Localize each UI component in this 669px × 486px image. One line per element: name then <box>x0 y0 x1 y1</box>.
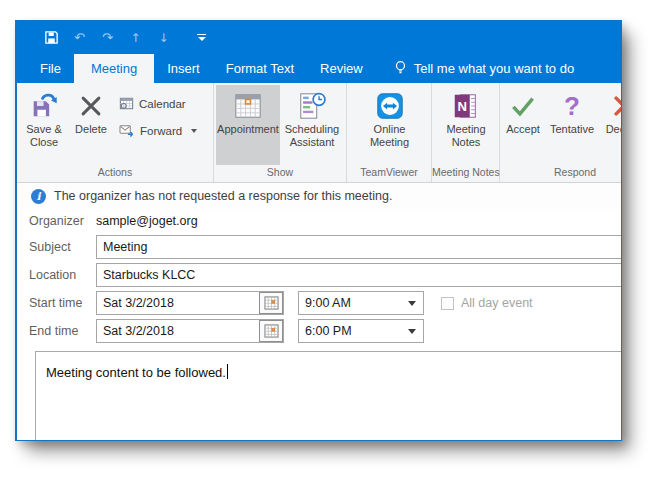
end-time-label: End time <box>29 324 96 338</box>
tentative-label: Tentative <box>550 123 594 136</box>
message-body-editor[interactable]: Meeting content to be followed. <box>35 351 622 441</box>
group-label-meeting-notes: Meeting Notes <box>432 165 499 182</box>
message-body-text: Meeting content to be followed. <box>46 365 226 380</box>
tab-format-text[interactable]: Format Text <box>213 54 307 83</box>
decline-label: Decline <box>606 123 621 136</box>
save-and-close-button[interactable]: Save & Close <box>19 85 69 165</box>
end-time-dropdown-icon[interactable] <box>408 329 423 334</box>
organizer-value: sample@joget.org <box>96 214 198 228</box>
tab-file[interactable]: File <box>27 54 74 83</box>
calendar-icon <box>119 96 134 113</box>
all-day-checkbox[interactable] <box>441 297 454 310</box>
calendar-label: Calendar <box>139 98 186 110</box>
end-time-value: 6:00 PM <box>299 324 408 338</box>
title-bar: ↶ ↷ ↑ ↓ <box>17 21 621 54</box>
start-date-picker-button[interactable] <box>259 292 283 314</box>
appointment-label: Appointment <box>217 123 279 136</box>
location-input[interactable] <box>96 263 622 287</box>
info-bar: i The organizer has not requested a resp… <box>17 183 621 209</box>
info-icon: i <box>31 189 46 204</box>
meeting-window: ↶ ↷ ↑ ↓ File Meeting Insert Format Text … <box>15 20 622 441</box>
end-time-dropdown[interactable]: 6:00 PM <box>298 319 424 343</box>
accept-check-icon <box>509 89 537 123</box>
redo-icon[interactable]: ↷ <box>99 29 116 46</box>
save-icon[interactable] <box>43 29 60 46</box>
organizer-label: Organizer <box>29 214 96 228</box>
end-date-value: Sat 3/2/2018 <box>97 324 259 338</box>
ribbon: Save & Close Delete <box>17 83 621 183</box>
scheduling-assistant-icon <box>297 89 327 123</box>
info-message: The organizer has not requested a respon… <box>54 189 392 203</box>
meeting-notes-button[interactable]: N Meeting Notes <box>438 85 494 165</box>
decline-x-icon <box>610 89 621 123</box>
lightbulb-icon <box>394 60 407 78</box>
meeting-form: Organizer sample@joget.org Subject Locat… <box>17 209 621 440</box>
ribbon-group-actions: Save & Close Delete <box>17 83 214 182</box>
accept-button[interactable]: Accept <box>502 85 544 165</box>
svg-text:N: N <box>458 99 467 114</box>
text-caret <box>227 364 228 379</box>
appointment-button[interactable]: Appointment <box>216 85 280 165</box>
end-date-picker-button[interactable] <box>259 320 283 342</box>
start-time-dropdown[interactable]: 9:00 AM <box>298 291 424 315</box>
save-and-close-icon <box>29 89 59 123</box>
forward-dropdown-icon[interactable] <box>191 129 197 133</box>
undo-icon[interactable]: ↶ <box>71 29 88 46</box>
actions-small-buttons: Calendar Forward <box>113 85 197 165</box>
organizer-row: Organizer sample@joget.org <box>29 211 621 231</box>
delete-icon <box>77 89 105 123</box>
date-picker-icon <box>264 296 279 310</box>
desktop-background: ↶ ↷ ↑ ↓ File Meeting Insert Format Text … <box>0 0 669 486</box>
scheduling-assistant-label: Scheduling Assistant <box>280 123 344 149</box>
ribbon-group-show: Appointment <box>214 83 347 182</box>
tentative-question-icon: ? <box>564 89 580 123</box>
delete-label: Delete <box>75 123 107 136</box>
calendar-button[interactable]: Calendar <box>119 94 197 114</box>
start-date-input[interactable]: Sat 3/2/2018 <box>96 291 284 315</box>
group-label-show: Show <box>214 165 346 182</box>
ribbon-tab-bar: File Meeting Insert Format Text Review T… <box>17 54 621 83</box>
online-meeting-label: Online Meeting <box>361 123 419 149</box>
ribbon-group-meeting-notes: N Meeting Notes Meeting Notes <box>432 83 500 182</box>
appointment-icon <box>233 89 263 123</box>
next-item-icon[interactable]: ↓ <box>155 29 172 46</box>
start-time-label: Start time <box>29 296 96 310</box>
tentative-button[interactable]: ? Tentative <box>544 85 600 165</box>
decline-button[interactable]: Decline <box>600 85 621 165</box>
subject-input[interactable] <box>96 235 622 259</box>
tab-meeting[interactable]: Meeting <box>74 54 154 83</box>
tell-me-box[interactable]: Tell me what you want to do <box>394 54 574 83</box>
online-meeting-button[interactable]: Online Meeting <box>361 85 419 165</box>
tell-me-label: Tell me what you want to do <box>414 61 574 76</box>
start-date-value: Sat 3/2/2018 <box>97 296 259 310</box>
tab-insert[interactable]: Insert <box>154 54 213 83</box>
group-label-actions: Actions <box>17 165 213 182</box>
all-day-label: All day event <box>461 296 533 310</box>
delete-button[interactable]: Delete <box>69 85 113 165</box>
all-day-event-option: All day event <box>441 296 533 310</box>
accept-label: Accept <box>506 123 540 136</box>
teamviewer-icon <box>375 89 405 123</box>
ribbon-group-teamviewer: Online Meeting TeamViewer <box>347 83 432 182</box>
forward-label: Forward <box>140 125 182 137</box>
location-label: Location <box>29 268 96 282</box>
end-time-row: End time Sat 3/2/2018 6:00 PM <box>29 319 621 343</box>
tab-review[interactable]: Review <box>307 54 376 83</box>
start-time-row: Start time Sat 3/2/2018 9:00 AM <box>29 291 621 315</box>
group-label-respond: Respond <box>500 165 621 182</box>
save-and-close-label: Save & Close <box>19 123 69 149</box>
start-time-value: 9:00 AM <box>299 296 408 310</box>
date-picker-icon <box>264 324 279 338</box>
group-label-teamviewer: TeamViewer <box>347 165 431 182</box>
ribbon-group-respond: Accept ? Tentative Decline <box>500 83 621 182</box>
end-date-input[interactable]: Sat 3/2/2018 <box>96 319 284 343</box>
onenote-icon: N <box>451 89 481 123</box>
forward-button[interactable]: Forward <box>119 121 197 141</box>
meeting-notes-label: Meeting Notes <box>438 123 494 149</box>
subject-label: Subject <box>29 240 96 254</box>
location-row: Location <box>29 263 621 287</box>
previous-item-icon[interactable]: ↑ <box>127 29 144 46</box>
start-time-dropdown-icon[interactable] <box>408 301 423 306</box>
scheduling-assistant-button[interactable]: Scheduling Assistant <box>280 85 344 165</box>
customize-quick-access-icon[interactable] <box>197 34 206 42</box>
